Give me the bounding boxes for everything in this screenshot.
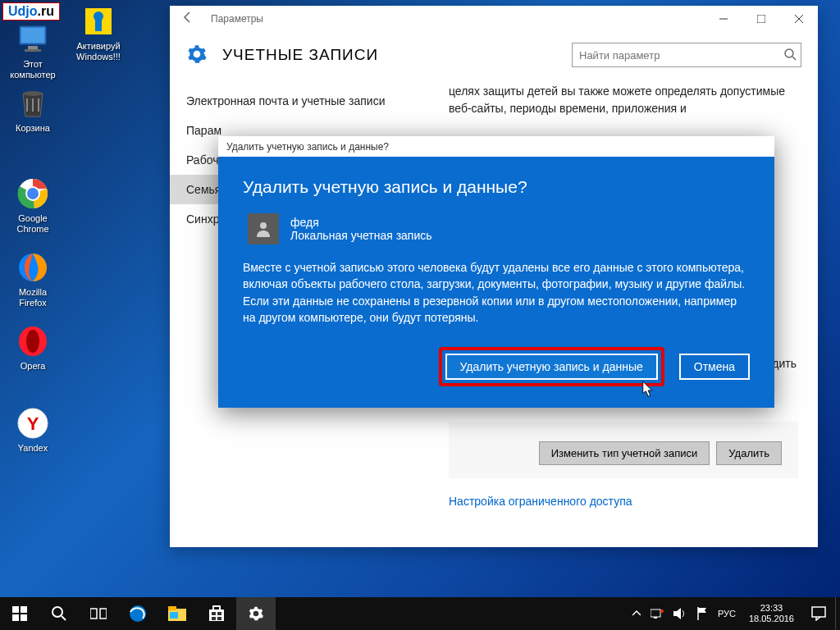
delete-account-dialog: Удалить учетную запись и данные? Удалить… <box>218 136 774 408</box>
search-input[interactable] <box>572 43 801 67</box>
svg-rect-47 <box>812 607 825 617</box>
taskbar-edge[interactable] <box>118 597 158 630</box>
change-account-type-button[interactable]: Изменить тип учетной записи <box>539 441 710 465</box>
task-view-button[interactable] <box>79 597 118 630</box>
svg-line-24 <box>792 57 796 60</box>
sidebar-item-email[interactable]: Электронная почта и учетные записи <box>170 86 441 116</box>
desktop-icon-this-pc[interactable]: Этот компьютер <box>2 21 64 80</box>
svg-rect-37 <box>170 612 178 619</box>
window-titlebar[interactable]: Параметры <box>170 6 818 32</box>
svg-rect-40 <box>217 612 221 615</box>
desktop-icon-chrome[interactable]: Google Chrome <box>2 176 64 235</box>
language-indicator[interactable]: РУС <box>713 609 741 619</box>
clock-time: 23:33 <box>749 603 794 614</box>
taskbar-settings[interactable] <box>236 597 276 630</box>
show-desktop-button[interactable] <box>835 597 840 630</box>
close-button[interactable] <box>780 6 818 32</box>
svg-rect-2 <box>28 46 38 49</box>
yandex-icon: Y <box>15 405 51 441</box>
svg-rect-33 <box>100 609 107 619</box>
svg-point-7 <box>23 91 43 96</box>
dialog-user-row: федя Локальная учетная запись <box>248 213 750 244</box>
svg-text:Y: Y <box>27 413 39 434</box>
svg-rect-28 <box>12 614 19 621</box>
svg-rect-26 <box>12 606 19 613</box>
svg-rect-39 <box>212 612 216 615</box>
desktop-icon-label: Mozilla Firefox <box>2 287 64 308</box>
opera-icon <box>15 323 51 359</box>
settings-heading: УЧЕТНЫЕ ЗАПИСИ <box>222 46 572 64</box>
svg-rect-1 <box>21 28 44 43</box>
svg-rect-29 <box>21 614 27 621</box>
svg-point-25 <box>260 222 267 229</box>
svg-rect-8 <box>26 98 28 112</box>
tray-flag-icon[interactable] <box>692 607 713 620</box>
desktop: Udjo.ru Этот компьютер Активируй Windows… <box>0 0 840 630</box>
search-button[interactable] <box>39 597 79 630</box>
svg-rect-10 <box>38 98 39 112</box>
content-intro-text: целях защиты детей вы также можете опред… <box>449 78 798 126</box>
svg-rect-42 <box>217 617 221 620</box>
delete-account-button[interactable]: Удалить <box>716 441 782 465</box>
svg-rect-27 <box>21 606 27 613</box>
maximize-button[interactable] <box>742 6 780 32</box>
desktop-icon-label: Opera <box>2 361 64 372</box>
tray-volume-icon[interactable] <box>669 608 692 619</box>
desktop-icon-recycle-bin[interactable]: Корзина <box>2 85 64 134</box>
clock-date: 18.05.2016 <box>749 614 794 624</box>
dialog-user-name: федя <box>290 216 432 229</box>
svg-rect-32 <box>90 609 97 619</box>
cancel-button[interactable]: Отмена <box>679 354 750 380</box>
tray-network-icon[interactable] <box>646 608 669 619</box>
taskbar: РУС 23:33 18.05.2016 <box>0 597 840 630</box>
desktop-icon-label: Google Chrome <box>2 213 64 235</box>
svg-rect-9 <box>32 98 34 112</box>
pc-icon <box>15 21 51 57</box>
desktop-icon-firefox[interactable]: Mozilla Firefox <box>2 249 64 308</box>
watermark-badge: Udjo.ru <box>2 2 60 21</box>
bin-icon <box>15 85 51 121</box>
action-center-button[interactable] <box>802 597 835 630</box>
desktop-icon-label: Активируй Windows!!! <box>67 41 130 62</box>
system-tray: РУС 23:33 18.05.2016 <box>628 597 840 630</box>
svg-rect-3 <box>25 49 41 52</box>
dialog-user-type: Локальная учетная запись <box>290 229 432 242</box>
tray-chevron-icon[interactable] <box>628 609 646 618</box>
desktop-icon-label: Yandex​ <box>2 443 64 454</box>
gear-icon <box>186 43 209 66</box>
desktop-icon-opera[interactable]: Opera <box>2 323 64 372</box>
user-avatar-icon <box>248 213 279 244</box>
svg-rect-20 <box>757 15 765 23</box>
svg-point-16 <box>26 330 39 353</box>
svg-point-23 <box>785 49 793 57</box>
chrome-icon <box>15 176 51 212</box>
dialog-message: Вместе с учетной записью этого человека … <box>243 259 750 326</box>
settings-header: УЧЕТНЫЕ ЗАПИСИ <box>170 32 818 78</box>
taskbar-clock[interactable]: 23:33 18.05.2016 <box>741 603 802 624</box>
svg-rect-38 <box>209 609 224 621</box>
svg-rect-41 <box>212 617 216 620</box>
start-button[interactable] <box>0 597 39 630</box>
taskbar-store[interactable] <box>197 597 236 630</box>
svg-rect-43 <box>651 609 660 617</box>
svg-point-30 <box>52 607 62 617</box>
confirm-delete-button[interactable]: Удалить учетную запись и данные <box>445 354 658 380</box>
dialog-heading: Удалить учетную запись и данные? <box>243 177 750 197</box>
firefox-icon <box>15 249 51 285</box>
taskbar-explorer[interactable] <box>158 597 197 630</box>
restricted-access-link[interactable]: Настройка ограниченного доступа <box>449 493 798 510</box>
search-icon <box>783 48 797 61</box>
minimize-button[interactable] <box>705 6 742 32</box>
desktop-icon-activate[interactable]: Активируй Windows!!! <box>67 3 130 62</box>
desktop-icon-yandex[interactable]: Y Yandex​ <box>2 405 64 454</box>
account-actions-box: Изменить тип учетной записи Удалить <box>449 422 798 478</box>
tutorial-highlight: Удалить учетную запись и данные <box>439 347 664 386</box>
back-button[interactable] <box>181 11 198 27</box>
svg-rect-36 <box>168 606 176 610</box>
activate-icon <box>80 3 116 39</box>
svg-rect-6 <box>95 20 102 31</box>
svg-line-31 <box>62 616 66 620</box>
svg-rect-44 <box>654 617 657 619</box>
svg-point-45 <box>660 609 664 613</box>
dialog-titlebar[interactable]: Удалить учетную запись и данные? <box>218 136 774 159</box>
